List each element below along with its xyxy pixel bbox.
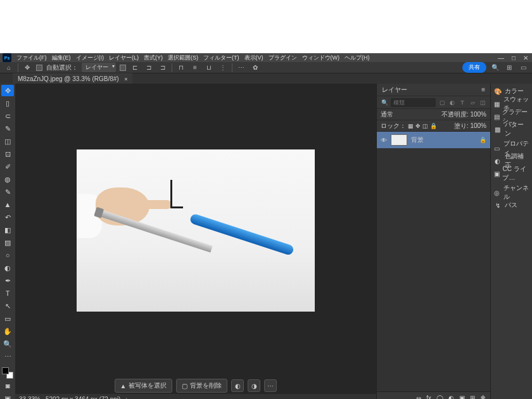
lock-all-icon[interactable]: 🔒	[430, 123, 437, 129]
auto-select-checkbox[interactable]	[36, 65, 42, 71]
shape-tool[interactable]: ▭	[1, 313, 14, 324]
panel-libraries[interactable]: ▣CC ライブ…	[491, 167, 532, 180]
lock-position-icon[interactable]: ✥	[415, 123, 421, 129]
menu-type[interactable]: 書式(Y)	[144, 54, 163, 62]
document-tab[interactable]: M8zaZnJQ.jpeg @ 33.3% (RGB/8#) ×	[13, 73, 132, 84]
layer-mask-icon[interactable]: ◯	[436, 395, 443, 399]
align-top-icon[interactable]: ⊓	[176, 63, 186, 73]
lock-pixels-icon[interactable]: ▦	[408, 123, 414, 129]
heal-tool[interactable]: ◍	[1, 174, 14, 185]
status-chevron-icon[interactable]: ›	[125, 396, 127, 400]
panel-patterns[interactable]: ▩パターン	[491, 123, 532, 136]
status-bar: 33.33% 5202 px x 3464 px (72 ppi) ›	[15, 394, 376, 399]
menu-layer[interactable]: レイヤー(L)	[109, 54, 139, 62]
share-button[interactable]: 共有	[462, 62, 486, 73]
menu-plugin[interactable]: プラグイン	[269, 54, 297, 62]
fill-value[interactable]: 100%	[470, 122, 486, 129]
layer-lock-icon[interactable]: 🔒	[479, 137, 486, 143]
adjustment-layer-icon[interactable]: ◐	[448, 395, 454, 399]
select-subject-button[interactable]: ▲被写体を選択	[115, 379, 173, 393]
distribute-icon[interactable]: ⋮	[218, 63, 228, 73]
ctx-adjust-icon[interactable]: ◑	[248, 379, 260, 392]
menu-select[interactable]: 選択範囲(S)	[168, 54, 198, 62]
edit-toolbar-icon[interactable]: ⋯	[1, 351, 14, 362]
eyedropper-tool[interactable]: ✐	[1, 161, 14, 172]
sample-dropdown[interactable]: レイヤー	[82, 63, 116, 72]
menu-file[interactable]: ファイル(F)	[16, 54, 47, 62]
fg-color[interactable]	[2, 367, 9, 374]
transform-checkbox[interactable]	[120, 65, 126, 71]
auto-select-label: 自動選択：	[46, 63, 78, 72]
canvas[interactable]	[77, 149, 315, 312]
history-brush-tool[interactable]: ↶	[1, 212, 14, 223]
align-middle-icon[interactable]: ≡	[190, 63, 200, 73]
align-left-icon[interactable]: ⊏	[130, 63, 140, 73]
stamp-tool[interactable]: ▲	[1, 199, 14, 210]
group-icon[interactable]: ▣	[459, 395, 465, 399]
align-right-icon[interactable]: ⊐	[158, 63, 168, 73]
quick-select-tool[interactable]: ✎	[1, 123, 14, 134]
lock-artboard-icon[interactable]: ◫	[422, 123, 428, 129]
layer-search-input[interactable]	[391, 98, 436, 107]
type-tool[interactable]: T	[1, 288, 14, 299]
layer-fx-icon[interactable]: fx	[426, 395, 431, 399]
home-icon[interactable]: ⌂	[4, 63, 14, 73]
filter-adjust-icon[interactable]: ◐	[448, 99, 456, 106]
blur-tool[interactable]: ○	[1, 250, 14, 261]
lasso-tool[interactable]: ⊂	[1, 110, 14, 122]
pen-tool[interactable]: ✒	[1, 275, 14, 286]
gradient-tool[interactable]: ▨	[1, 237, 14, 248]
filter-image-icon[interactable]: ▢	[438, 99, 446, 106]
zoom-level[interactable]: 33.33%	[19, 396, 41, 400]
remove-bg-button[interactable]: ▢背景を削除	[176, 379, 227, 393]
screenmode-tool[interactable]: ▣	[1, 393, 14, 399]
3d-mode-icon[interactable]: ✿	[250, 63, 260, 73]
zoom-tool[interactable]: 🔍	[1, 338, 14, 350]
align-center-h-icon[interactable]: ⊐	[144, 63, 154, 73]
eraser-tool[interactable]: ◧	[1, 224, 14, 236]
hand-tool[interactable]: ✋	[1, 326, 14, 337]
menu-help[interactable]: ヘルプ(H)	[345, 54, 370, 62]
layer-name[interactable]: 背景	[411, 136, 424, 144]
align-bottom-icon[interactable]: ⊔	[204, 63, 214, 73]
crop-tool[interactable]: ◫	[1, 136, 14, 147]
visibility-icon[interactable]: 👁	[381, 137, 387, 144]
blend-mode-dropdown[interactable]: 通常	[381, 110, 393, 119]
panel-menu-icon[interactable]: ≡	[481, 86, 485, 93]
brush-tool[interactable]: ✎	[1, 186, 14, 198]
more-options-icon[interactable]: ⋯	[236, 63, 246, 73]
menu-image[interactable]: イメージ(I)	[76, 54, 104, 62]
arrange-icon[interactable]: ▭	[518, 63, 528, 73]
panel-channels[interactable]: ◎チャンネル	[491, 186, 532, 199]
filter-type-icon[interactable]: T	[459, 99, 466, 106]
menu-filter[interactable]: フィルター(T)	[203, 54, 239, 62]
menu-window[interactable]: ウィンドウ(W)	[302, 54, 340, 62]
filter-smart-icon[interactable]: ◫	[479, 99, 486, 106]
ctx-more-icon[interactable]: ⋯	[264, 379, 277, 392]
quickmask-tool[interactable]: ◙	[1, 380, 14, 391]
window-controls[interactable]: —□✕	[498, 54, 528, 61]
color-swatches[interactable]	[2, 367, 13, 379]
path-tool[interactable]: ↖	[1, 300, 14, 312]
move-tool[interactable]: ✥	[1, 85, 14, 96]
search-icon[interactable]: 🔍	[490, 63, 500, 73]
opacity-value[interactable]: 100%	[470, 111, 486, 118]
layer-thumbnail[interactable]	[391, 134, 407, 146]
menu-edit[interactable]: 編集(E)	[52, 54, 71, 62]
filter-shape-icon[interactable]: ▱	[469, 99, 476, 106]
close-tab-icon[interactable]: ×	[124, 76, 127, 82]
link-layers-icon[interactable]: ⇔	[416, 395, 421, 399]
workspace-icon[interactable]: ⊞	[504, 63, 514, 73]
layer-row[interactable]: 👁 背景 🔒	[377, 132, 490, 148]
ctx-transform-icon[interactable]: ◐	[231, 379, 244, 392]
delete-layer-icon[interactable]: 🗑	[480, 395, 486, 399]
menu-view[interactable]: 表示(V)	[244, 54, 263, 62]
search-filter-icon[interactable]: 🔍	[381, 99, 388, 106]
marquee-tool[interactable]: ▯	[1, 98, 14, 109]
dodge-tool[interactable]: ◐	[1, 262, 14, 274]
options-bar: ⌂ ✥ 自動選択： レイヤー ⊏ ⊐ ⊐ ⊓ ≡ ⊔ ⋮ ⋯ ✿ 共有 🔍 ⊞ …	[0, 62, 532, 73]
panel-paths[interactable]: ↯パス	[491, 199, 532, 212]
layers-panel-title[interactable]: レイヤー	[382, 86, 407, 94]
frame-tool[interactable]: ⊡	[1, 148, 14, 160]
new-layer-icon[interactable]: ⊞	[470, 395, 475, 399]
